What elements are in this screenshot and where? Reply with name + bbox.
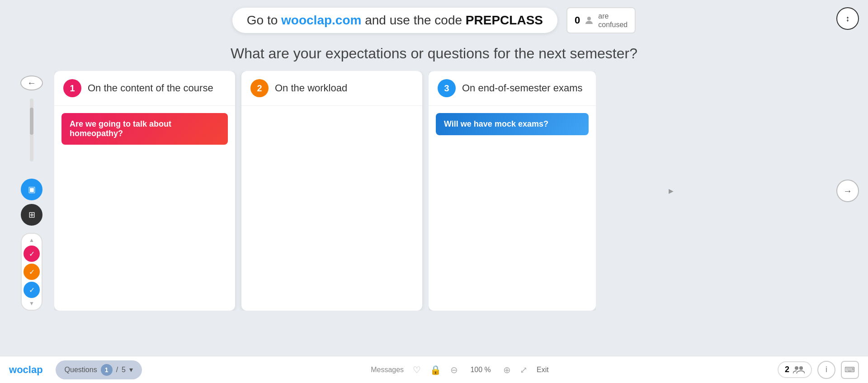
participants-badge: 2 [778,361,812,378]
answer-card-3-1[interactable]: Will we have mock exams? [436,113,589,135]
card-3: 3 On end-of-semester exams Will we have … [429,71,596,311]
card-3-body: Will we have mock exams? [429,106,596,311]
scroll-up-arrow[interactable]: ▲ [28,236,35,244]
confused-badge: 0 are confused [566,7,636,33]
cards-container: 1 On the content of the course Are we go… [54,71,836,311]
bottom-toolbar: woclap Questions 1 / 5 ▾ Messages ♡ 🔒 ⊖ … [0,356,868,383]
svg-point-0 [587,17,591,20]
questions-label: Questions [65,366,97,374]
heart-icon: ♡ [413,364,421,375]
header: Go to wooclap.com and use the code PREPC… [0,0,868,41]
card-1-number: 1 [63,79,81,97]
banner-site: wooclap.com [281,13,361,27]
main-content: ← ▣ ⊞ ▲ ✓ ✓ ✓ [0,71,868,311]
item-2-dot[interactable]: ✓ [24,264,40,280]
confused-label: are confused [598,12,627,29]
vertical-scroll-thumb [30,108,33,135]
vertical-scroll-track[interactable] [30,99,33,161]
next-button[interactable]: → [836,180,859,202]
check-icon-1: ✓ [29,250,35,258]
prev-button[interactable]: ← [20,76,43,90]
zoom-out-icon: ⊖ [450,364,458,375]
participants-count: 2 [785,365,789,374]
left-arrow-icon: ← [27,78,36,88]
banner-prefix: Go to [247,13,281,27]
sidebar-controls: ▣ ⊞ ▲ ✓ ✓ ✓ ▼ [21,179,42,311]
check-icon-2: ✓ [29,268,35,276]
scroll-updown-icon: ↕ [846,14,850,24]
zoom-in-icon: ⊕ [503,364,511,375]
card-1: 1 On the content of the course Are we go… [54,71,235,311]
toolbar-center: Messages ♡ 🔒 ⊖ 100 % ⊕ ⤢ Exit [371,364,549,375]
info-icon: i [826,365,827,374]
logo: woclap [9,364,43,376]
card-3-title: On end-of-semester exams [462,82,583,94]
card-2-title: On the workload [275,82,347,94]
questions-current-badge: 1 [101,364,113,376]
toolbar-left: woclap Questions 1 / 5 ▾ [9,360,142,379]
banner-code: PREPCLASS [466,13,543,27]
card-2-body [241,106,422,311]
questions-button[interactable]: Questions 1 / 5 ▾ [56,360,142,379]
exit-button[interactable]: Exit [537,366,549,374]
fullscreen-icon: ⤢ [520,364,528,375]
card-3-number: 3 [438,79,456,97]
participants-icon [793,365,805,374]
confused-count: 0 [575,14,580,26]
messages-label: Messages [371,366,404,374]
layout-icon: ▣ [28,184,36,194]
keyboard-button[interactable]: ⌨ [841,361,859,379]
answer-card-1-1[interactable]: Are we going to talk about homeopathy? [61,113,228,145]
zoom-in-button[interactable]: ⊕ [503,364,511,375]
exit-label: Exit [537,366,549,374]
sidebar-scroll-panel: ▲ ✓ ✓ ✓ ▼ [21,233,42,311]
card-1-header: 1 On the content of the course [54,71,235,106]
check-icon-3: ✓ [29,286,35,294]
lock-button[interactable]: 🔒 [430,364,441,375]
person-icon [584,15,594,26]
svg-point-2 [799,366,803,370]
toolbar-right: 2 i ⌨ [778,361,859,379]
chevron-down-icon: ▾ [129,365,133,374]
left-sidebar: ← ▣ ⊞ ▲ ✓ ✓ ✓ [9,71,54,311]
right-arrow-icon: → [843,186,852,196]
scroll-down-arrow[interactable]: ▼ [28,300,35,307]
fullscreen-button[interactable]: ⤢ [520,364,528,375]
info-button[interactable]: i [817,361,835,379]
heart-button[interactable]: ♡ [413,364,421,375]
item-1-dot[interactable]: ✓ [24,246,40,262]
horizontal-scroll-right-arrow[interactable]: ▶ [669,187,674,194]
layout-button[interactable]: ▣ [21,179,42,200]
messages-button[interactable]: Messages [371,366,404,374]
card-2-header: 2 On the workload [241,71,422,106]
question-title: What are your expectations or questions … [0,41,868,71]
card-1-title: On the content of the course [88,82,213,94]
banner-middle: and use the code [361,13,465,27]
code-banner: Go to wooclap.com and use the code PREPC… [232,8,557,33]
questions-total: 5 [122,366,126,374]
card-3-header: 3 On end-of-semester exams [429,71,596,106]
grid-button[interactable]: ⊞ [21,204,42,226]
grid-icon: ⊞ [28,210,35,220]
card-2: 2 On the workload [241,71,422,311]
card-1-body: Are we going to talk about homeopathy? [54,106,235,311]
item-3-dot[interactable]: ✓ [24,282,40,298]
questions-separator: / [116,366,118,374]
lock-icon: 🔒 [430,364,441,375]
zoom-out-button[interactable]: ⊖ [450,364,458,375]
keyboard-icon: ⌨ [844,365,855,374]
scroll-updown-button[interactable]: ↕ [836,7,859,30]
card-2-number: 2 [250,79,269,97]
zoom-level: 100 % [467,366,494,374]
svg-point-1 [795,366,798,370]
